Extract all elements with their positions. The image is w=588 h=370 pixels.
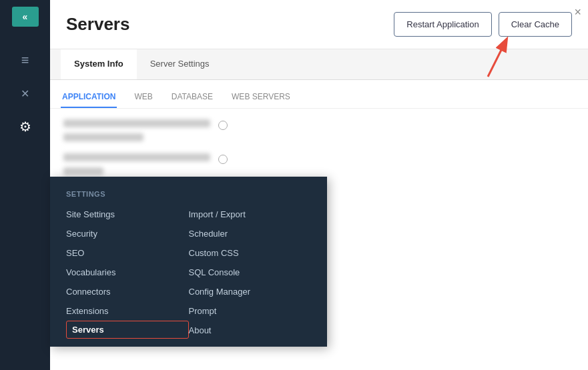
- dropdown-col-2: Import / Export Scheduler Custom CSS SQL…: [189, 205, 312, 340]
- sub-tab-database[interactable]: DATABASE: [170, 87, 214, 108]
- sub-tab-web[interactable]: WEB: [133, 87, 154, 108]
- dropdown-item-site-settings[interactable]: Site Settings: [66, 205, 189, 224]
- dropdown-item-import-export[interactable]: Import / Export: [189, 205, 312, 224]
- close-button[interactable]: ×: [574, 5, 581, 19]
- dropdown-item-config-manager[interactable]: Config Manager: [189, 282, 312, 301]
- dropdown-item-custom-css[interactable]: Custom CSS: [189, 243, 312, 263]
- sub-tab-web-servers[interactable]: WEB SERVERS: [230, 87, 292, 108]
- sub-tab-application[interactable]: APPLICATION: [61, 87, 117, 108]
- main-tabs-container: System Info Server Settings: [50, 49, 588, 80]
- dropdown-item-connectors[interactable]: Connectors: [66, 282, 189, 301]
- dropdown-item-seo[interactable]: SEO: [66, 243, 189, 263]
- dropdown-item-vocabularies[interactable]: Vocabularies: [66, 263, 189, 282]
- dropdown-item-scheduler[interactable]: Scheduler: [189, 224, 312, 243]
- sub-tabs: APPLICATION WEB DATABASE WEB SERVERS: [50, 80, 588, 109]
- sidebar-icon-gear[interactable]: ⚙: [12, 113, 39, 140]
- main-tabs: System Info Server Settings: [50, 49, 588, 79]
- dropdown-item-extensions[interactable]: Extensions: [66, 301, 189, 321]
- blurred-text-1: [63, 119, 210, 127]
- dropdown-section-title: SETTINGS: [50, 187, 327, 205]
- blurred-text-4: [63, 167, 103, 175]
- dropdown-item-prompt[interactable]: Prompt: [189, 301, 312, 321]
- dropdown-item-about[interactable]: About: [189, 321, 312, 340]
- restart-application-button[interactable]: Restart Application: [394, 12, 491, 37]
- blurred-text-2: [63, 133, 143, 141]
- blurred-text-3: [63, 153, 210, 161]
- dropdown-col-1: Site Settings Security SEO Vocabularies …: [66, 205, 189, 340]
- data-row-2: [63, 153, 575, 175]
- header-buttons: Restart Application Clear Cache: [394, 12, 572, 37]
- clear-cache-button[interactable]: Clear Cache: [499, 12, 572, 37]
- tab-system-info[interactable]: System Info: [61, 49, 137, 79]
- info-icon-1: [218, 121, 228, 130]
- info-icon-2: [218, 155, 228, 164]
- dropdown-item-sql-console[interactable]: SQL Console: [189, 263, 312, 282]
- page-title: Servers: [66, 14, 129, 35]
- sidebar-logo[interactable]: «: [12, 7, 39, 27]
- sidebar-icon-list[interactable]: ≡: [12, 47, 39, 73]
- dropdown-columns: Site Settings Security SEO Vocabularies …: [50, 205, 327, 340]
- data-row-1: [63, 119, 575, 141]
- tab-server-settings[interactable]: Server Settings: [137, 49, 223, 79]
- dropdown-item-security[interactable]: Security: [66, 224, 189, 243]
- sidebar-icon-tools[interactable]: ✕: [12, 80, 39, 107]
- page-header: Servers Restart Application Clear Cache: [50, 0, 588, 49]
- settings-dropdown: SETTINGS Site Settings Security SEO Voca…: [50, 177, 327, 347]
- dropdown-item-servers[interactable]: Servers: [66, 321, 189, 339]
- sidebar: « ≡ ✕ ⚙: [0, 0, 50, 370]
